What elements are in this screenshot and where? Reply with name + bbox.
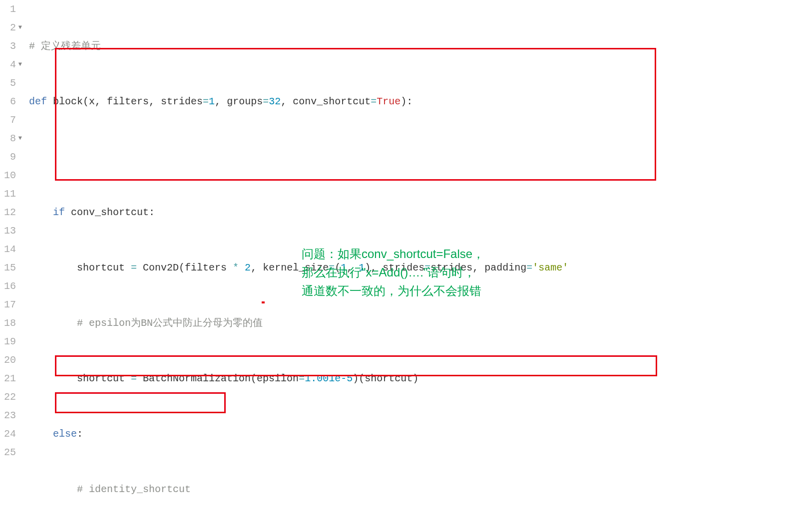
line-number: 2▼ [0, 18, 22, 37]
line-number: 18 [0, 314, 22, 332]
line-number: 20 [0, 351, 22, 369]
fold-icon[interactable]: ▼ [18, 59, 22, 70]
gutter: 1 2▼ 3 4▼ 5 6 7 8▼ 9 10 11 12 13 14 15 1… [0, 0, 29, 532]
code-comment: # identity_shortcut [77, 480, 191, 499]
line-number: 19 [0, 332, 22, 351]
code-comment: # 定义残差单元 [29, 37, 101, 55]
line-number: 14 [0, 240, 22, 259]
highlight-box-add-line23 [55, 392, 226, 413]
line-number: 17 [0, 295, 22, 314]
line-number: 10 [0, 166, 22, 185]
line-number: 16 [0, 277, 22, 295]
line-number: 1 [0, 0, 22, 18]
line-number: 3 [0, 37, 22, 55]
line-number: 4▼ [0, 55, 22, 74]
fold-icon[interactable]: ▼ [18, 22, 22, 33]
line-number: 24 [0, 425, 22, 443]
line-number: 11 [0, 185, 22, 203]
line-number: 23 [0, 406, 22, 425]
line-number: 6 [0, 92, 22, 111]
line-number: 13 [0, 222, 22, 240]
line-number: 7 [0, 111, 22, 129]
line-number: 12 [0, 203, 22, 222]
line-number: 9 [0, 148, 22, 166]
caret-marker-icon [262, 301, 265, 303]
code-area[interactable]: # 定义残差单元 def block(x, filters, strides=1… [29, 0, 786, 532]
code-editor: 1 2▼ 3 4▼ 5 6 7 8▼ 9 10 11 12 13 14 15 1… [0, 0, 786, 532]
line-number: 21 [0, 369, 22, 388]
line-number: 22 [0, 388, 22, 406]
line-number: 8▼ [0, 129, 22, 148]
fold-icon[interactable]: ▼ [18, 133, 22, 144]
line-number: 25 [0, 443, 22, 462]
line-number: 15 [0, 259, 22, 277]
line-number: 5 [0, 74, 22, 92]
code-comment: # epsilon为BN公式中防止分母为零的值 [77, 314, 263, 332]
